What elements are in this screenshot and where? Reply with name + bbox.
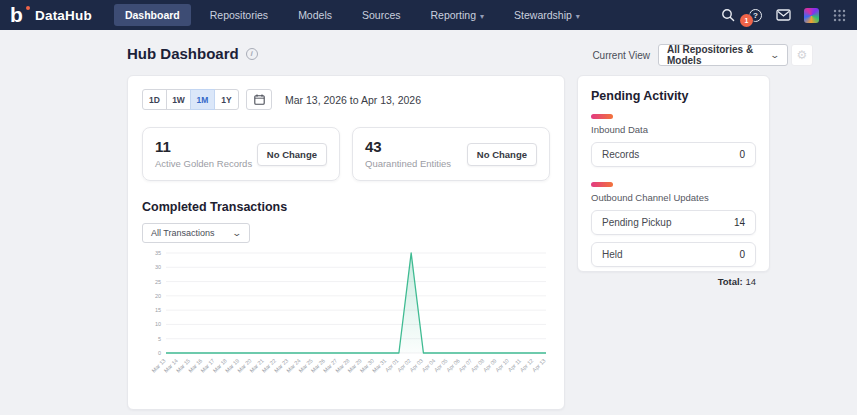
stat-change-badge: No Change (257, 143, 327, 166)
page-header: Hub Dashboard i (127, 45, 258, 62)
section-accent-pill (591, 114, 613, 119)
current-view-group: Current View All Repositories & Models ⌄ (592, 44, 788, 66)
stat-label: Active Golden Records (155, 158, 252, 169)
top-nav: b DataHub Dashboard Repositories Models … (0, 0, 857, 30)
chevron-down-icon: ▾ (480, 12, 484, 21)
brand-logo-icon: b (10, 5, 28, 25)
brand-name: DataHub (35, 8, 92, 23)
svg-text:Mar 31: Mar 31 (371, 357, 387, 373)
transactions-chart: 05101520253035Mar 13Mar 14Mar 15Mar 16Ma… (142, 247, 550, 396)
svg-text:0: 0 (158, 350, 161, 356)
svg-text:20: 20 (155, 293, 161, 299)
svg-text:10: 10 (155, 321, 161, 327)
outbound-channel-updates-label: Outbound Channel Updates (591, 192, 756, 203)
svg-text:30: 30 (155, 264, 161, 270)
range-button-1w[interactable]: 1W (166, 89, 191, 110)
svg-text:5: 5 (158, 336, 161, 342)
range-button-1d[interactable]: 1D (142, 89, 167, 110)
stat-value: 11 (155, 139, 252, 156)
inbound-data-label: Inbound Data (591, 124, 756, 135)
date-range-row: 1D 1W 1M 1Y Mar 13, 2026 to Apr 13, 2026 (142, 89, 550, 110)
page-title: Hub Dashboard (127, 45, 239, 62)
area-chart: 05101520253035Mar 13Mar 14Mar 15Mar 16Ma… (142, 247, 552, 392)
nav-item-reporting[interactable]: Reporting▾ (420, 4, 496, 26)
calendar-icon (254, 94, 265, 105)
notification-badge[interactable]: 1 (740, 14, 753, 27)
range-button-1y[interactable]: 1Y (214, 89, 239, 110)
pending-row-pending-pickup[interactable]: Pending Pickup 14 (591, 210, 756, 235)
pending-activity-title: Pending Activity (591, 89, 756, 103)
avatar[interactable] (804, 8, 819, 23)
nav-item-stewardship[interactable]: Stewardship▾ (503, 4, 591, 26)
help-icon[interactable]: ? 1 (748, 8, 763, 23)
chevron-down-icon: ▾ (576, 12, 580, 21)
range-button-group: 1D 1W 1M 1Y (142, 89, 239, 110)
pending-total: Total: 14 (591, 276, 756, 287)
current-view-label: Current View (592, 50, 650, 61)
nav-item-sources[interactable]: Sources (351, 4, 412, 26)
nav-item-repositories[interactable]: Repositories (199, 4, 279, 26)
stat-label: Quarantined Entities (365, 158, 451, 169)
date-range-text: Mar 13, 2026 to Apr 13, 2026 (285, 94, 421, 106)
app-root: b DataHub Dashboard Repositories Models … (0, 0, 857, 415)
search-icon[interactable] (720, 8, 735, 23)
gear-icon: ⚙ (797, 48, 808, 62)
stat-change-badge: No Change (467, 143, 537, 166)
transactions-filter-select[interactable]: All Transactions ⌄ (142, 223, 250, 243)
section-accent-pill (591, 182, 613, 187)
mail-icon[interactable] (776, 8, 791, 23)
main-nav: Dashboard Repositories Models Sources Re… (114, 4, 591, 26)
stats-row: 11 Active Golden Records No Change 43 Qu… (142, 127, 550, 181)
svg-text:15: 15 (155, 307, 161, 313)
svg-text:25: 25 (155, 279, 161, 285)
nav-item-dashboard[interactable]: Dashboard (114, 4, 191, 26)
pending-activity-card: Pending Activity Inbound Data Records 0 … (577, 75, 770, 272)
stat-value: 43 (365, 139, 451, 156)
chevron-down-icon: ⌄ (770, 50, 781, 60)
transactions-filter-value: All Transactions (151, 228, 215, 238)
info-icon[interactable]: i (246, 48, 258, 60)
stat-card-active-golden-records[interactable]: 11 Active Golden Records No Change (142, 127, 340, 181)
completed-transactions-title: Completed Transactions (142, 200, 550, 214)
current-view-select[interactable]: All Repositories & Models ⌄ (658, 44, 788, 66)
apps-grid-icon[interactable] (832, 8, 847, 23)
svg-text:Apr 13: Apr 13 (531, 357, 547, 373)
chevron-down-icon: ⌄ (232, 228, 243, 238)
svg-text:35: 35 (155, 250, 161, 256)
logo-dot (26, 6, 30, 10)
pending-total-value: 14 (745, 276, 756, 287)
nav-actions: ? 1 (720, 8, 847, 23)
calendar-button[interactable] (246, 89, 272, 110)
pending-row-held[interactable]: Held 0 (591, 242, 756, 267)
nav-item-models[interactable]: Models (287, 4, 343, 26)
current-view-value: All Repositories & Models (667, 44, 771, 66)
stat-card-quarantined-entities[interactable]: 43 Quarantined Entities No Change (352, 127, 550, 181)
brand[interactable]: b DataHub (10, 5, 92, 25)
range-button-1m[interactable]: 1M (190, 89, 215, 110)
pending-row-records[interactable]: Records 0 (591, 142, 756, 167)
dashboard-main-card: 1D 1W 1M 1Y Mar 13, 2026 to Apr 13, 2026… (127, 75, 565, 410)
view-settings-button[interactable]: ⚙ (791, 44, 813, 66)
